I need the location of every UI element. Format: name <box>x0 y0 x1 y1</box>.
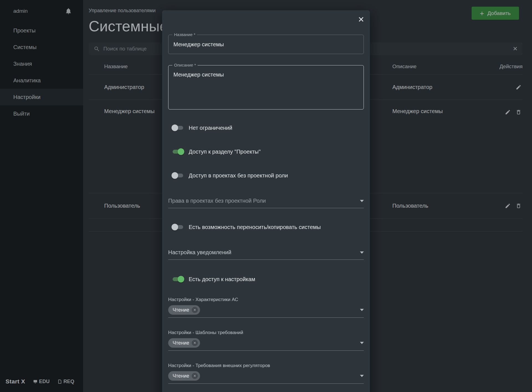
toggle-row-move-copy: Есть возможность переносить/копировать с… <box>168 223 364 231</box>
permission-chip: Чтение ✕ <box>168 371 200 381</box>
toggle-row-no-restrictions: Нет ограничений <box>168 124 364 132</box>
move-copy-toggle[interactable] <box>172 223 184 231</box>
description-field[interactable]: Описание * Менеджер системы <box>168 65 364 110</box>
notifications-select-label: Настройка уведомлений <box>168 249 231 256</box>
toggle-label: Нет ограничений <box>189 125 232 131</box>
perm-label: Настройки - Шаблоны требований <box>168 330 364 335</box>
perm-select[interactable]: Чтение ✕ <box>168 338 364 351</box>
perm-group-external-regulators: Настройки - Требования внешних регулятор… <box>168 363 364 384</box>
chevron-down-icon <box>360 375 364 377</box>
no-restrictions-toggle[interactable] <box>172 124 184 132</box>
chip-remove-icon[interactable]: ✕ <box>192 373 198 379</box>
perm-label: Настройки - Характеристики АС <box>168 297 364 302</box>
chevron-down-icon <box>360 309 364 311</box>
chip-label: Чтение <box>173 307 189 313</box>
notifications-select[interactable]: Настройка уведомлений <box>168 249 364 260</box>
description-field-value: Менеджер системы <box>173 72 224 78</box>
toggle-label: Доступ к разделу "Проекты" <box>189 149 261 155</box>
toggle-row-projects-access: Доступ к разделу "Проекты" <box>168 148 364 156</box>
permission-chip: Чтение ✕ <box>168 305 200 315</box>
no-role-access-toggle[interactable] <box>172 172 184 179</box>
settings-access-toggle[interactable] <box>172 275 184 283</box>
perm-select[interactable]: Чтение ✕ <box>168 305 364 318</box>
name-field[interactable]: Название * Менеджер системы <box>168 35 364 54</box>
chevron-down-icon <box>360 342 364 344</box>
chevron-down-icon <box>360 200 364 202</box>
perm-group-templates: Настройки - Шаблоны требований Чтение ✕ <box>168 330 364 351</box>
description-field-label: Описание * <box>172 63 198 67</box>
name-field-label: Название * <box>172 32 197 37</box>
permission-chip: Чтение ✕ <box>168 338 200 348</box>
toggle-label: Есть доступ к настройкам <box>189 276 255 282</box>
chip-label: Чтение <box>173 373 189 379</box>
chip-label: Чтение <box>173 340 189 346</box>
chip-remove-icon[interactable]: ✕ <box>192 307 198 313</box>
projects-access-toggle[interactable] <box>172 148 184 156</box>
toggle-row-settings-access: Есть доступ к настройкам <box>168 275 364 283</box>
project-rights-select-label: Права в проектах без проектной Роли <box>168 198 266 204</box>
toggle-label: Есть возможность переносить/копировать с… <box>189 224 321 230</box>
role-edit-modal: ✕ Название * Менеджер системы Описание *… <box>162 10 370 392</box>
chip-remove-icon[interactable]: ✕ <box>192 340 198 346</box>
toggle-row-no-role-access: Доступ в проектах без проектной роли <box>168 172 364 179</box>
close-icon[interactable]: ✕ <box>358 16 364 24</box>
chevron-down-icon <box>360 251 364 254</box>
project-rights-select[interactable]: Права в проектах без проектной Роли <box>168 198 364 208</box>
perm-select[interactable]: Чтение ✕ <box>168 371 364 384</box>
perm-group-characteristics: Настройки - Характеристики АС Чтение ✕ <box>168 297 364 318</box>
perm-label: Настройки - Требования внешних регулятор… <box>168 363 364 368</box>
toggle-label: Доступ в проектах без проектной роли <box>189 172 288 179</box>
name-field-value: Менеджер системы <box>173 41 224 48</box>
